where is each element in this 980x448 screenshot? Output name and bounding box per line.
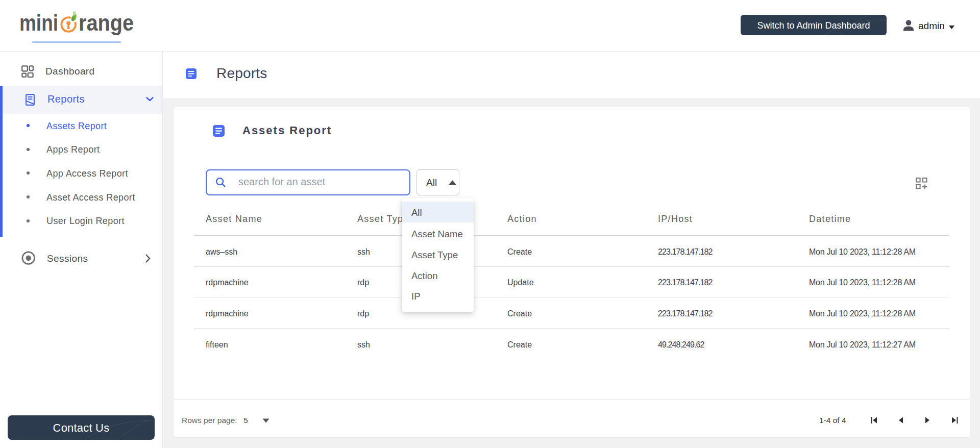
- svg-text:mini: mini: [19, 10, 58, 35]
- svg-text:range: range: [79, 10, 134, 35]
